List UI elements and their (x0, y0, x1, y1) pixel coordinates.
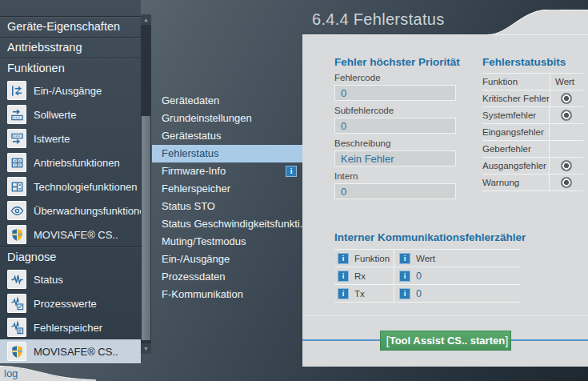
table-row: iTxi0 (334, 285, 520, 303)
setpoint-values-icon (7, 105, 26, 124)
menu-item-fehlerstatus[interactable]: Fehlerstatus (152, 145, 302, 162)
table-header-row: iFunktioniWert (334, 250, 520, 267)
menu-item-prozessdaten[interactable]: Prozessdaten (152, 268, 302, 286)
field-label-subfehlercode: Subfehlercode (334, 106, 456, 115)
info-icon[interactable]: i (338, 253, 349, 264)
comm-funktion-cell: iRx (334, 267, 394, 284)
menu-item-status-geschwindigkeitsfunkti[interactable]: Status Geschwindigkeitsfunkti... (152, 215, 302, 233)
table-row: iRxi0 (334, 267, 520, 285)
io-arrows-icon (7, 81, 26, 100)
info-icon[interactable]: i (399, 271, 410, 282)
sidebar-item-antriebsfunktionen[interactable]: Antriebsfunktionen (0, 150, 141, 174)
sidebar-item-istwerte[interactable]: Istwerte (0, 126, 141, 150)
panel-top-right-cap (560, 10, 588, 35)
sidebar-section-diagnose[interactable]: Diagnose (0, 247, 141, 267)
field-fehlercode[interactable]: 0 (334, 85, 456, 101)
movisafe-shield-icon (7, 342, 26, 361)
comm-counter-table: iFunktioniWertiRxi0iTxi0 (334, 249, 520, 303)
status-bit-label: Kritischer Fehler (482, 90, 550, 106)
sidebar-scrollbar[interactable]: ▲ ▼ (141, 14, 151, 354)
scrollbar-thumb[interactable] (142, 116, 150, 340)
sidebar-item-berwachungsfunktionen[interactable]: Überwachungsfunktionen (0, 199, 141, 223)
menu-item-label: F-Kommunikation (162, 288, 243, 300)
status-bit-value-cell (549, 124, 583, 140)
sidebar-section-ger-te-eigenschaften[interactable]: Geräte-Eigenschaften (0, 16, 141, 37)
status-bit-label: Systemfehler (482, 107, 549, 123)
sidebar-section-antriebsstrang[interactable]: Antriebsstrang (0, 37, 141, 58)
sidebar-item-prozesswerte[interactable]: Prozesswerte (0, 291, 141, 315)
menu-item-label: Ein-/Ausgänge (162, 253, 230, 265)
footer-log[interactable]: log (0, 363, 152, 381)
comm-counter-heading: Interner Kommunikationsfehlerzähler (334, 231, 520, 243)
sidebar-item-fehlerspeicher[interactable]: Fehlerspeicher (0, 315, 141, 339)
status-waveform-icon (7, 270, 26, 289)
sidebar-item-label: Überwachungsfunktionen (34, 205, 151, 217)
field-intern[interactable]: 0 (334, 183, 456, 199)
info-icon[interactable]: i (399, 288, 410, 299)
comm-value: 0 (416, 288, 422, 299)
page-title: 6.4.4 Fehlerstatus (312, 10, 445, 29)
menu-item-label: Fehlerstatus (162, 147, 219, 159)
field-label-intern: Intern (334, 171, 456, 181)
table-row: Ausgangsfehler (482, 158, 583, 174)
sidebar-item-status[interactable]: Status (0, 267, 141, 291)
comm-funktion-cell: iTx (334, 285, 394, 302)
menu-item-ein-ausg-nge[interactable]: Ein-/Ausgänge (152, 251, 302, 268)
field-subfehlercode[interactable]: 0 (334, 118, 456, 134)
menu-item-label: Muting/Testmodus (162, 235, 246, 247)
scroll-up-arrow-icon[interactable]: ▲ (141, 14, 151, 25)
sidebar-item-sollwerte[interactable]: Sollwerte (0, 102, 141, 126)
status-bits-heading: Fehlerstatusbits (482, 56, 583, 68)
status-led-icon (561, 177, 572, 188)
sidebar-item-label: Technologiefunktionen (34, 181, 137, 193)
column-header-wert: Wert (550, 74, 583, 90)
sidebar-item-ein-ausg-nge[interactable]: Ein-/Ausgänge (0, 78, 141, 102)
menu-item-fehlerspeicher[interactable]: Fehlerspeicher (152, 180, 302, 198)
column-header-wert-label: Wert (416, 254, 435, 263)
menu-item-muting-testmodus[interactable]: Muting/Testmodus (152, 233, 302, 251)
column-header-funktion-label: Funktion (354, 254, 390, 263)
sidebar-section-funktionen[interactable]: Funktionen (0, 58, 141, 78)
sidebar-item-technologiefunktionen[interactable]: Technologiefunktionen (0, 174, 141, 199)
field-beschreibung[interactable]: Kein Fehler (334, 150, 456, 166)
sidebar: Geräte-EigenschaftenAntriebsstrangFunkti… (0, 0, 141, 364)
monitoring-eye-icon (7, 201, 26, 220)
button-bracket-right: ] (505, 334, 508, 347)
comm-label: Tx (354, 289, 365, 299)
menu-item-ger-testatus[interactable]: Gerätestatus (152, 127, 302, 145)
menu-item-firmware-info[interactable]: Firmware-Infoi (152, 162, 302, 180)
info-icon[interactable]: i (286, 166, 297, 177)
tool-assist-start-button[interactable]: [ Tool Assist CS.. starten ] (380, 331, 511, 351)
menu-item-label: Status Geschwindigkeitsfunkti... (162, 218, 302, 230)
comm-value: 0 (416, 271, 422, 282)
sidebar-item-label: Prozesswerte (34, 298, 97, 310)
column-header-funktion: Funktion (482, 74, 550, 90)
table-row: Systemfehler (482, 107, 583, 124)
field-label-fehlercode: Fehlercode (334, 73, 456, 82)
menu-item-label: Grundeinstellungen (162, 112, 252, 124)
table-row: Eingangsfehler (482, 124, 583, 141)
menu-item-label: Gerätedaten (162, 94, 219, 106)
info-icon[interactable]: i (338, 271, 349, 282)
menu-item-f-kommunikation[interactable]: F-Kommunikation (152, 286, 302, 303)
menu-item-grundeinstellungen[interactable]: Grundeinstellungen (152, 110, 302, 127)
menu-item-label: Gerätestatus (162, 130, 221, 142)
info-icon[interactable]: i (399, 253, 410, 264)
status-bit-value-cell (549, 107, 583, 123)
status-bit-value-cell (549, 141, 583, 157)
menu-item-ger-tedaten[interactable]: Gerätedaten (152, 92, 302, 110)
field-label-beschreibung: Beschreibung (334, 138, 456, 148)
sidebar-item-movisafe-cs[interactable]: MOVISAFE® CS.. (0, 223, 141, 247)
sidebar-item-movisafe-cs[interactable]: MOVISAFE® CS.. (0, 339, 141, 363)
sidebar-item-label: Fehlerspeicher (34, 322, 102, 334)
menu-item-label: Prozessdaten (162, 271, 226, 283)
log-label[interactable]: log (4, 367, 18, 379)
column-header-funktion: iFunktion (334, 250, 394, 267)
info-icon[interactable]: i (338, 288, 349, 299)
status-bits-table: FunktionWertKritischer FehlerSystemfehle… (482, 73, 583, 191)
status-bit-label: Geberfehler (482, 141, 549, 157)
scroll-down-arrow-icon[interactable]: ▼ (141, 343, 151, 354)
menu-item-label: Status STO (162, 200, 215, 212)
menu-item-status-sto[interactable]: Status STO (152, 198, 302, 215)
menu-item-label: Firmware-Info (162, 165, 226, 177)
